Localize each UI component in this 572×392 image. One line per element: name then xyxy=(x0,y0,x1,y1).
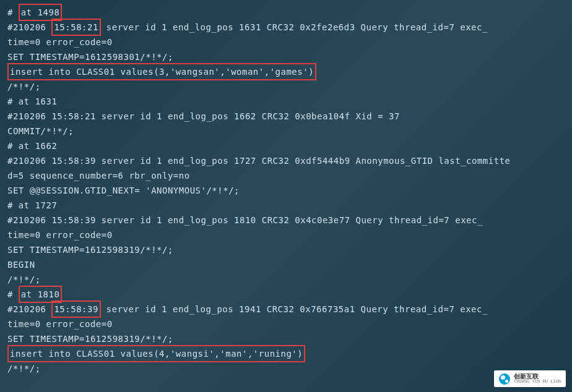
log-line-gtid: #210206 15:58:39 server id 1 end_log_pos… xyxy=(7,153,565,168)
watermark-logo-icon xyxy=(499,373,510,385)
log-line-at-1662: # at 1662 xyxy=(7,138,565,153)
highlight-timestamp: 15:58:39 xyxy=(51,300,100,318)
highlight-insert-statement: insert into CLASS01 values(3,'wangsan','… xyxy=(7,63,316,80)
log-line-at-1810: # at 1810 xyxy=(7,287,565,302)
log-line: time=0 error_code=0 xyxy=(7,228,565,242)
text: server id 1 end_log_pos 1631 CRC32 0x2fe… xyxy=(101,22,488,32)
log-line-insert-2: insert into CLASS01 values(4,'wangsi','m… xyxy=(7,346,565,361)
log-line: /*!*/; xyxy=(7,272,565,287)
log-line-sequence: d=5 sequence_number=6 rbr_only=no xyxy=(7,168,565,183)
log-line-commit: COMMIT/*!*/; xyxy=(7,124,565,138)
highlight-timestamp: 15:58:21 xyxy=(51,19,100,36)
watermark-text: 创新互联 CHUANG XIN HU LIAN xyxy=(514,373,561,385)
log-line-set-timestamp: SET TIMESTAMP=1612598319/*!*/; xyxy=(7,331,565,346)
text: server id 1 end_log_pos 1941 CRC32 0x766… xyxy=(101,304,488,314)
log-line-event-3: #210206 15:58:39 server id 1 end_log_pos… xyxy=(7,302,565,317)
log-line-event-1: #210206 15:58:21 server id 1 end_log_pos… xyxy=(7,20,565,35)
log-line-insert-1: insert into CLASS01 values(3,'wangsan','… xyxy=(7,64,565,79)
log-line-at-1631: # at 1631 xyxy=(7,94,565,109)
log-line-begin: BEGIN xyxy=(7,257,565,272)
log-line-set-timestamp: SET TIMESTAMP=1612598301/*!*/; xyxy=(7,49,565,64)
text: # xyxy=(7,289,19,299)
log-line-set-gtid: SET @@SESSION.GTID_NEXT= 'ANONYMOUS'/*!*… xyxy=(7,183,565,198)
text: # xyxy=(7,7,19,17)
highlight-insert-statement: insert into CLASS01 values(4,'wangsi','m… xyxy=(7,345,305,362)
watermark-en: CHUANG XIN HU LIAN xyxy=(514,380,561,385)
watermark: 创新互联 CHUANG XIN HU LIAN xyxy=(494,370,566,387)
text: #210206 xyxy=(7,304,51,314)
log-line-xid: #210206 15:58:21 server id 1 end_log_pos… xyxy=(7,109,565,124)
log-line-set-timestamp: SET TIMESTAMP=1612598319/*!*/; xyxy=(7,242,565,257)
log-line: time=0 error_code=0 xyxy=(7,35,565,49)
log-line: time=0 error_code=0 xyxy=(7,317,565,331)
log-line: /*!*/; xyxy=(7,79,565,94)
log-line-at-1727: # at 1727 xyxy=(7,198,565,213)
log-line-event-2: #210206 15:58:39 server id 1 end_log_pos… xyxy=(7,213,565,228)
log-line: /*!*/; xyxy=(7,361,565,376)
text: #210206 xyxy=(7,22,51,32)
log-line-at-1498: # at 1498 xyxy=(7,5,565,20)
